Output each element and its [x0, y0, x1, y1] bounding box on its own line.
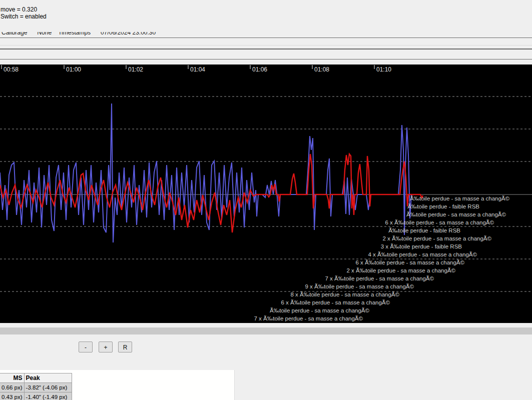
stats-cell: -3.82" (-4.06 px) — [24, 383, 72, 392]
stats-row: 0.43 px)-1.40" (-1.49 px) — [0, 392, 72, 400]
stats-header-peak: Peak — [24, 374, 72, 383]
param-line-switch: Switch = enabled — [1, 13, 47, 20]
app-window: move = 0.320 Switch = enabled Calibrage … — [0, 0, 532, 400]
x-tick-label: 00:58 — [4, 66, 19, 73]
event-message: Ã‰toile perdue - sa masse a changÃ© — [270, 308, 369, 314]
event-message: 7 x Ã‰toile perdue - sa masse a changÃ© — [254, 316, 363, 322]
x-tick-label: 01:00 — [66, 66, 81, 73]
event-message: 2 x Ã‰toile perdue - sa masse a changÃ© — [382, 236, 491, 242]
stats-panel: MS Peak 0.66 px)-3.82" (-4.06 px)0.43 px… — [0, 370, 235, 400]
event-message: 8 x Ã‰toile perdue - sa masse a changÃ© — [290, 292, 399, 298]
event-message: 6 x Ã‰toile perdue - sa masse a changÃ© — [385, 220, 494, 226]
event-message: Ã‰toile perdue - sa masse a changÃ© — [406, 212, 506, 218]
stats-header-rms: MS — [0, 374, 24, 383]
separator-line — [0, 45, 532, 46]
event-message: Ã‰toile perdue - faible RSB — [388, 228, 460, 234]
separator-line — [0, 38, 532, 38]
event-message: 7 x Ã‰toile perdue - sa masse a changÃ© — [325, 276, 434, 282]
event-message: Ã‰toile perdue - faible RSB — [407, 204, 479, 210]
x-tick-label: 01:04 — [190, 66, 205, 73]
separator-line — [0, 59, 532, 60]
separator-line — [0, 48, 532, 50]
stats-header-row: MS Peak — [0, 374, 72, 383]
stats-table: MS Peak 0.66 px)-3.82" (-4.06 px)0.43 px… — [0, 373, 72, 400]
x-tick-label: 01:02 — [128, 66, 143, 73]
guide-params-text: move = 0.320 Switch = enabled — [1, 6, 47, 20]
x-tick-label: 01:08 — [314, 66, 329, 73]
x-tick-label: 01:10 — [376, 66, 391, 73]
stats-cell: 0.66 px) — [0, 383, 24, 392]
status-row-clipped: Calibrage None Timestamps 07/06/2024 23:… — [2, 32, 532, 38]
splitter-band[interactable] — [0, 328, 532, 334]
stats-cell: -1.40" (-1.49 px) — [24, 392, 72, 400]
guide-graph: 00:5801:0001:0201:0401:0601:0801:10 Ã‰to… — [0, 64, 532, 323]
event-message: Ã‰toile perdue - sa masse a changÃ© — [410, 196, 509, 202]
x-tick-label: 01:06 — [252, 66, 267, 73]
zoom-out-button[interactable]: - — [79, 342, 93, 352]
trace-RA-blue — [0, 104, 411, 242]
event-message: 2 x Ã‰toile perdue - sa masse a changÃ© — [346, 268, 455, 274]
stats-row: 0.66 px)-3.82" (-4.06 px) — [0, 383, 72, 392]
event-message: 6 x Ã‰toile perdue - sa masse a changÃ© — [355, 260, 464, 266]
event-message: 6 x Ã‰toile perdue - sa masse a changÃ© — [281, 300, 390, 306]
zoom-in-button[interactable]: + — [99, 342, 113, 352]
guide-graph-canvas — [0, 64, 532, 323]
stats-cell: 0.43 px) — [0, 392, 24, 400]
event-message: 4 x Ã‰toile perdue - sa masse a changÃ© — [368, 252, 477, 258]
status-row-text: Calibrage None Timestamps 07/06/2024 23:… — [2, 32, 532, 36]
reset-button[interactable]: R — [118, 342, 132, 352]
event-message: 9 x Ã‰toile perdue - sa masse a changÃ© — [305, 284, 414, 290]
param-line-move: move = 0.320 — [1, 6, 47, 13]
event-message: 3 x Ã‰toile perdue - faible RSB — [381, 244, 462, 250]
